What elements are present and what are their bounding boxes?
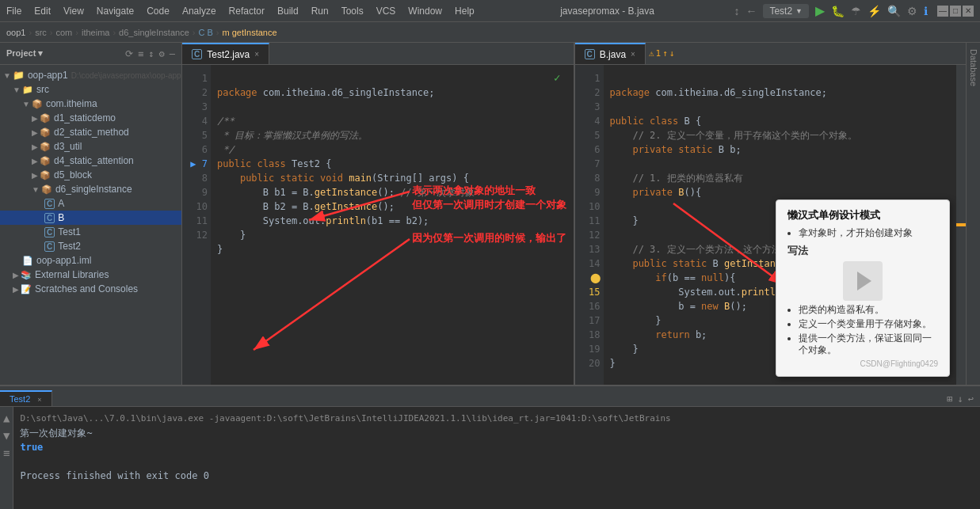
tree-item-src[interactable]: ▼ 📁 src xyxy=(0,82,181,97)
breadcrumb-itheima[interactable]: itheima xyxy=(82,28,109,37)
tree-item-Test1[interactable]: C Test1 xyxy=(0,225,181,239)
tab-test2-close[interactable]: × xyxy=(254,50,259,59)
menu-item-window[interactable]: Window xyxy=(402,4,448,18)
maximize-button[interactable]: □ xyxy=(950,6,961,17)
tree-item-oop-app1[interactable]: ▼ 📁 oop-app1 D:\code\javasepromax\oop-ap… xyxy=(0,68,181,82)
menu-item-help[interactable]: Help xyxy=(448,4,481,18)
breadcrumb-B[interactable]: C B xyxy=(198,28,212,37)
arrow-down-icon2: ▼ xyxy=(13,85,21,94)
class-icon-B: C xyxy=(44,213,55,223)
tree-item-com-itheima[interactable]: ▼ 📦 com.itheima xyxy=(0,97,181,111)
menu-item-run[interactable]: Run xyxy=(305,4,335,18)
search-everywhere-icon[interactable]: 🔍 xyxy=(887,5,901,17)
tree-item-d3[interactable]: ▶ 📦 d3_util xyxy=(0,139,181,154)
filter-icon[interactable]: ⊞ xyxy=(947,393,952,405)
callout-steps: 把类的构造器私有。 定义一个类变量用于存储对象。 提供一个类方法，保证返回同一个… xyxy=(787,304,938,356)
menu-item-view[interactable]: View xyxy=(57,4,90,18)
editor-left-pane: 12345 6▶ 78910 1112 package com.itheima.… xyxy=(182,65,575,385)
callout-panel: 懒汉式单例设计模式 拿对象时，才开始创建对象 写法 把类的构造器私有。 定义一个… xyxy=(776,199,950,377)
breadcrumb: oop1 › src › com › itheima › d6_singleIn… xyxy=(0,22,980,43)
menu-item-build[interactable]: Build xyxy=(271,4,305,18)
wrap-icon[interactable]: ↩ xyxy=(968,393,974,405)
menu-item-code[interactable]: Code xyxy=(140,4,176,18)
output-process-finished: Process finished with exit code 0 xyxy=(20,469,974,483)
tree-label-src: src xyxy=(36,84,49,95)
menu-item-refactor[interactable]: Refactor xyxy=(223,4,271,18)
tab-test2[interactable]: C Test2.java × xyxy=(182,43,269,64)
tree-item-d4[interactable]: ▶ 📦 d4_static_attention xyxy=(0,154,181,168)
menu-item-vcs[interactable]: VCS xyxy=(370,4,402,18)
tree-label-oop-app1: oop-app1 xyxy=(28,70,68,81)
bottom-tab-test2[interactable]: Test2 × xyxy=(0,390,52,406)
breadcrumb-sep6: › xyxy=(216,28,219,37)
tree-label-B: B xyxy=(58,212,64,223)
tree-label-d4: d4_static_attention xyxy=(54,155,134,166)
editor-area: C Test2.java × C B.java × ⚠ 1 ↑ ↓ xyxy=(182,43,966,385)
sidebar-settings-icon[interactable]: ⚙ xyxy=(159,48,165,59)
sidebar-close-icon[interactable]: — xyxy=(170,48,175,59)
sort-icon[interactable]: ↕ xyxy=(148,48,154,59)
code-left[interactable]: package com.itheima.d6_singleInstance; /… xyxy=(211,65,574,385)
tree-item-d5[interactable]: ▶ 📦 d5_block xyxy=(0,168,181,182)
arrow-up-icon[interactable]: ↑ xyxy=(662,48,668,59)
run-config-selector[interactable]: Test2 ▼ xyxy=(763,4,809,18)
breadcrumb-d6[interactable]: d6_singleInstance xyxy=(119,28,189,37)
database-label[interactable]: Database xyxy=(967,43,980,93)
tree-item-A[interactable]: C A xyxy=(0,196,181,211)
bottom-tab-test2-close[interactable]: × xyxy=(37,396,41,404)
breadcrumb-oop1[interactable]: oop1 xyxy=(6,28,25,37)
run-button[interactable]: ▶ xyxy=(815,3,825,18)
tab-test2-label: Test2.java xyxy=(207,49,250,60)
tab-bjava[interactable]: C B.java × xyxy=(575,43,646,64)
breadcrumb-com[interactable]: com xyxy=(56,28,73,37)
breadcrumb-method[interactable]: m getInstance xyxy=(222,28,276,37)
vcs-icon[interactable]: ↕ xyxy=(734,5,739,17)
minimize-button[interactable]: — xyxy=(937,6,948,17)
sidebar: Project ▾ ⟳ ≡ ↕ ⚙ — ▼ 📁 oop-app1 D:\code… xyxy=(0,43,182,385)
menu-item-analyze[interactable]: Analyze xyxy=(176,4,223,18)
tree-item-ext-libs[interactable]: ▶ 📚 External Libraries xyxy=(0,268,181,282)
d1-folder-icon: 📦 xyxy=(40,113,51,123)
close-button[interactable]: ✕ xyxy=(963,6,974,17)
tree-item-Test2[interactable]: C Test2 xyxy=(0,239,181,253)
class-icon-Test1: C xyxy=(44,227,55,237)
tree-item-d1[interactable]: ▶ 📦 d1_staticdemo xyxy=(0,111,181,125)
menu-item-navigate[interactable]: Navigate xyxy=(90,4,140,18)
back-icon[interactable]: ← xyxy=(745,5,757,17)
up-arrow-btn[interactable]: ▲ xyxy=(3,412,10,424)
callout-play-btn[interactable] xyxy=(843,261,883,301)
menu-item-tools[interactable]: Tools xyxy=(335,4,370,18)
warning-stripe-marker xyxy=(956,223,966,226)
profile-button[interactable]: ⚡ xyxy=(868,5,881,17)
tree-item-d2[interactable]: ▶ 📦 d2_static_method xyxy=(0,125,181,139)
scroll-end-icon[interactable]: ↓ xyxy=(958,393,963,405)
tree-item-scratches[interactable]: ▶ 📝 Scratches and Consoles xyxy=(0,282,181,296)
iml-icon: 📄 xyxy=(22,256,33,266)
breadcrumb-sep3: › xyxy=(75,28,78,37)
com-folder-icon: 📦 xyxy=(32,99,43,109)
tab-bjava-close[interactable]: × xyxy=(631,50,635,59)
run-output[interactable]: D:\soft\Java\...\7.0.1\bin\java.exe -jav… xyxy=(13,407,980,509)
tree-item-B[interactable]: C B xyxy=(0,211,181,225)
debug-button[interactable]: 🐛 xyxy=(831,5,845,17)
arrow-down-icon-warn[interactable]: ↓ xyxy=(669,48,675,59)
breadcrumb-sep5: › xyxy=(193,28,196,37)
warning-indicator: ⚠ 1 ↑ ↓ xyxy=(646,43,678,64)
breadcrumb-sep1: › xyxy=(29,28,32,37)
coverage-button[interactable]: ☂ xyxy=(851,5,861,17)
settings-icon[interactable]: ⚙ xyxy=(907,5,917,17)
tree-item-iml[interactable]: 📄 oop-app1.iml xyxy=(0,253,181,268)
help-icon[interactable]: ℹ xyxy=(924,5,928,17)
arrow-down-icon3: ▼ xyxy=(22,100,30,108)
side-arrows: ▲ ▼ ≡ xyxy=(0,407,13,509)
breadcrumb-src[interactable]: src xyxy=(35,28,47,37)
down-arrow-btn[interactable]: ▼ xyxy=(3,429,10,442)
tree-item-d6[interactable]: ▼ 📦 d6_singleInstance xyxy=(0,182,181,196)
menu-item-file[interactable]: File xyxy=(0,4,28,18)
menu-item-edit[interactable]: Edit xyxy=(28,4,57,18)
arrow-right-icon4: ▶ xyxy=(32,157,38,165)
list-icon[interactable]: ≡ xyxy=(3,446,10,459)
collapse-all-icon[interactable]: ≡ xyxy=(138,48,143,59)
chevron-down-icon: ▼ xyxy=(795,7,803,15)
sync-icon[interactable]: ⟳ xyxy=(125,48,133,59)
